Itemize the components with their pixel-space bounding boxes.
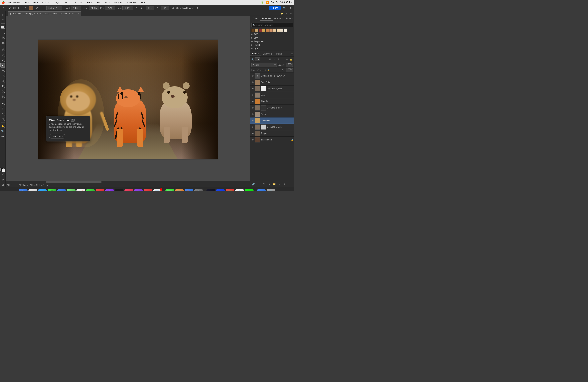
dock-photoshop[interactable]: Ps [206,189,215,191]
layer-fx-icon[interactable]: fx [257,182,261,186]
canvas-image[interactable]: Mixer Brush tool B Simulates real painti… [38,39,218,159]
mix-input[interactable]: 47% [105,6,115,10]
add-group-icon[interactable]: 📁 [272,182,276,186]
menu-layer[interactable]: Layer [53,0,61,4]
status-arrow[interactable]: › [47,184,48,186]
preset-dropdown[interactable]: Custom ▾ [46,6,63,10]
swatch-cell[interactable] [266,29,269,32]
layer-item[interactable]: 👁 Bear [250,92,294,98]
filter-toggle[interactable]: 🔒 [289,57,293,61]
tab-pattern[interactable]: Pattern [284,16,294,21]
swatch-group-cmyk-header[interactable]: ▶ CMYK [250,36,294,39]
hand-tool[interactable]: ✋▾ [0,123,5,128]
pen-tool[interactable]: ✒▾ [0,101,5,106]
dock-photos[interactable]: 🌈 [76,189,85,191]
lock-artboard-icon[interactable]: ⊞ [265,69,266,71]
dock-facetime[interactable]: 📹 [86,189,95,191]
panel-collapse-icon[interactable]: ⟩ [247,12,248,15]
add-adjustment-icon[interactable]: ◑ [267,182,271,186]
layer-visibility-icon[interactable]: 👁 [251,126,254,128]
dock-podcasts[interactable]: 🎙️ [105,189,114,191]
apple-logo[interactable]: 🍎 [1,1,5,4]
background-color[interactable] [2,169,5,172]
dock-appletv[interactable]: 📺 [115,189,124,191]
gradient-tool[interactable]: ◧▾ [0,83,5,88]
smoothing-icon[interactable]: ◐ [140,6,145,10]
menu-select[interactable]: Select [74,0,83,4]
tab-channels[interactable]: Channels [261,52,274,56]
swatch-cell[interactable] [269,29,273,32]
fill-input[interactable]: 100% [286,68,293,72]
dock-news[interactable]: 🗞️ [144,189,152,191]
tab-close-button[interactable]: ✕ [77,13,79,15]
eyedropper-tool[interactable]: 🖉▾ [0,47,5,52]
menu-window[interactable]: Window [126,0,137,4]
blend-mode-select[interactable]: Normal Multiply Screen [252,63,277,67]
swap-colors-icon[interactable]: ⇄ [2,173,4,175]
angle-icon[interactable]: △ [155,6,160,10]
layers-menu-icon[interactable]: ☰ [290,53,294,55]
angle-input[interactable]: 0° [161,6,169,10]
pressure-input[interactable]: 0% [146,6,154,10]
learn-more-button[interactable]: Learn more [49,134,65,138]
dock-trash[interactable]: 🗑️ [267,189,275,191]
dock-pages[interactable]: 📄 [175,189,184,191]
brush-settings-icon[interactable]: ⊞ [17,6,21,10]
layer-visibility-icon[interactable]: 👁 [251,75,254,77]
lock-position-icon[interactable]: ✛ [262,69,264,71]
lock-pixels-icon[interactable]: ✏ [260,69,262,71]
dock-numbers[interactable]: 📊 [165,189,174,191]
swatch-group-grayscale-header[interactable]: ▶ Grayscale [250,40,294,43]
swatch-cell[interactable] [277,29,280,32]
layer-visibility-icon[interactable]: 👁 [251,119,254,122]
swatches-search-bar[interactable]: 🔍 [252,22,293,27]
add-mask-icon[interactable]: ⬡ [262,182,266,186]
layer-visibility-icon[interactable]: 👁 [251,94,254,96]
lasso-tool[interactable]: ⌇▾ [0,30,5,35]
layer-visibility-icon[interactable]: 👁 [251,132,254,135]
dock-messages[interactable]: 💬 [48,189,56,191]
dock-reminders[interactable]: 📝 7 [153,189,162,191]
opacity-input[interactable]: 100% [286,63,293,67]
lock-all-icon[interactable]: 🔒 [267,69,270,71]
eraser-tool[interactable]: ⬡▾ [0,78,5,83]
checkbox-icon[interactable]: ☑ [170,6,175,10]
dock-finder[interactable]: 🔍 [19,189,28,191]
layer-item[interactable]: 👁 Costume 1_Lion [250,124,294,130]
pixel-filter-icon[interactable]: 🖼 [268,57,272,61]
add-layer-icon[interactable]: ＋ [277,182,281,186]
swatch-cell[interactable] [262,29,265,32]
brush-color-swatch[interactable] [29,6,33,10]
layer-item[interactable]: 👁 T Lion and Tig... Bear, Oh My [250,73,294,79]
object-select-tool[interactable]: ⊡▾ [0,35,5,40]
tab-gradient[interactable]: Gradient [273,16,284,21]
type-tool[interactable]: T [0,106,5,111]
dock-tasks[interactable]: ✅ [226,189,234,191]
smart-filter-icon[interactable]: ⊕ [285,57,289,61]
dock-mail[interactable]: ✉️ [57,189,66,191]
h-scrollbar-thumb[interactable] [46,181,102,183]
horizontal-scrollbar[interactable] [6,181,250,183]
history-brush-tool[interactable]: ↺▾ [0,73,5,78]
layer-item[interactable]: 👁 Daisy [250,111,294,117]
tab-paths[interactable]: Paths [274,52,284,56]
zoom-tool[interactable]: 🔍 [0,129,5,134]
tab-swatches[interactable]: Swatches [260,16,273,21]
layer-item[interactable]: 👁 Background 🔒 [250,137,294,143]
healing-tool[interactable]: ⊕▾ [0,52,5,57]
dock-calendar[interactable]: OCT 30 [96,189,105,191]
layer-item[interactable]: 👁 Costume 2_Tiger [250,105,294,111]
swatch-cell[interactable] [284,29,287,32]
brush-tool-icon[interactable]: 🖌 [7,6,12,10]
panel-add-icon[interactable]: ＋ [285,12,288,15]
menu-file[interactable]: File [24,0,30,4]
dodge-tool[interactable]: ◎▾ [0,94,5,99]
panel-new-icon[interactable]: 📁 [280,12,284,15]
brush-options-icon[interactable]: ▾ [23,6,28,10]
load-icon[interactable]: → [41,6,45,10]
document-tab[interactable]: 🌫 Halloween Card Foggy Background.psdc @… [8,11,81,16]
tab-layers[interactable]: Layers [250,52,261,56]
erase-icon[interactable]: ↺ [34,6,39,10]
layer-visibility-icon[interactable]: 👁 [251,139,254,141]
layer-item-active[interactable]: 👁 Lion Paint [250,117,294,124]
